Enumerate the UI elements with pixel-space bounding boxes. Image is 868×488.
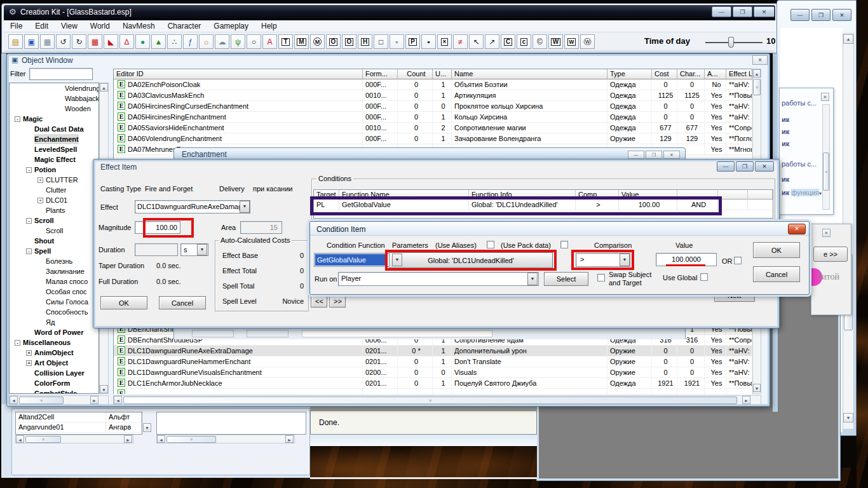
- local-transform-icon[interactable]: ∆: [119, 34, 134, 49]
- dialogue-icon[interactable]: ○: [247, 34, 261, 49]
- circle-m-icon[interactable]: M: [310, 34, 325, 49]
- square-icon[interactable]: ▫: [390, 34, 404, 49]
- duration-unit-arrow-icon[interactable]: ▼: [197, 244, 207, 255]
- cube-arrow-icon[interactable]: ↗: [485, 34, 499, 49]
- menu-item-navmesh[interactable]: NavMesh: [116, 22, 161, 30]
- tree-item[interactable]: Magic Effect: [10, 154, 98, 165]
- tree-item[interactable]: Силы Голоса: [10, 297, 98, 307]
- or-checkbox[interactable]: [734, 257, 742, 264]
- time-of-day-slider[interactable]: [705, 42, 763, 43]
- copyright-icon[interactable]: ©: [532, 34, 547, 49]
- tree-item[interactable]: Dual Cast Data: [10, 124, 98, 134]
- tree-item[interactable]: Word of Power: [10, 327, 98, 337]
- column-header[interactable]: Cost: [652, 69, 677, 79]
- popup-line[interactable]: работы с...: [782, 99, 820, 107]
- tree-item[interactable]: CombatStyle: [10, 388, 98, 394]
- w-circle-icon[interactable]: ⓦ: [580, 34, 595, 49]
- ench-maximize-icon[interactable]: ❐: [646, 151, 662, 159]
- bg-minimize-button[interactable]: —: [790, 9, 810, 21]
- table-scroll-down-icon[interactable]: ▼: [753, 384, 761, 392]
- tree-item[interactable]: Plants: [10, 205, 98, 215]
- table-row[interactable]: EDA05HircinesRingCursedEnchantment 000F.…: [114, 101, 752, 112]
- tree-item[interactable]: Яд: [10, 317, 98, 327]
- column-header[interactable]: Char...: [677, 69, 705, 79]
- condition-ok-button[interactable]: OK: [753, 242, 800, 258]
- tree-item[interactable]: LeveledSpell: [10, 144, 98, 154]
- popup-line[interactable]: ик: [782, 175, 820, 183]
- tree-scroll-down-icon[interactable]: ▼: [100, 385, 108, 393]
- tree-expand-icon[interactable]: -: [26, 167, 32, 173]
- condition-close-button[interactable]: ✕: [788, 224, 806, 234]
- tree-expand-icon[interactable]: +: [26, 360, 32, 366]
- column-header[interactable]: Name: [452, 69, 607, 79]
- menu-item-file[interactable]: File: [4, 22, 29, 30]
- effect-cancel-button[interactable]: Cancel: [159, 296, 206, 309]
- world-icon[interactable]: ●: [135, 34, 150, 49]
- condition-prev-button[interactable]: <<: [311, 295, 327, 308]
- tree-hscroll-left-icon[interactable]: ◄: [10, 396, 18, 404]
- cell-hscroll-right-icon[interactable]: ►: [124, 435, 132, 443]
- tree-item[interactable]: -Potion: [10, 165, 98, 175]
- run-on-dropdown[interactable]: Player: [338, 272, 539, 286]
- w-cube-icon[interactable]: w: [564, 34, 579, 49]
- cell-row[interactable]: Angarvunde01 Ангарв: [16, 423, 142, 433]
- main-close-button[interactable]: ✕: [754, 6, 775, 17]
- tree-item[interactable]: Enchantment: [10, 134, 98, 144]
- popup-line[interactable]: ик: [782, 140, 820, 147]
- tree-expand-icon[interactable]: -: [26, 218, 32, 224]
- bg-close-button[interactable]: ✕: [832, 9, 851, 21]
- popup-line[interactable]: ик: [782, 128, 820, 135]
- select-button[interactable]: Select: [544, 272, 588, 286]
- use-pack-data-checkbox[interactable]: [560, 241, 568, 248]
- table-row[interactable]: EDLC1DawnguardRuneHammerEnchant 0201... …: [114, 356, 752, 367]
- menu-item-help[interactable]: Help: [255, 22, 283, 30]
- condition-next-button[interactable]: >>: [329, 295, 346, 308]
- use-aliases-checkbox[interactable]: [487, 241, 494, 248]
- popup-scroll-thumb[interactable]: ≡: [823, 152, 829, 191]
- effect-ok-button[interactable]: OK: [100, 296, 147, 309]
- tree-item[interactable]: +AnimObject: [10, 348, 98, 358]
- cell-row[interactable]: Altand2Cell Альфт: [16, 412, 142, 423]
- table-row[interactable]: EDLC1DawnguardRuneVisualsEnchantment 020…: [114, 367, 752, 378]
- table-row[interactable]: EDA05HircinesRingEnchantment 000F... 0 1…: [114, 112, 752, 123]
- table-hscroll-thumb[interactable]: ≡: [123, 396, 737, 404]
- small-box-icon[interactable]: ▪: [421, 34, 436, 49]
- tree-item[interactable]: Болезнь: [10, 256, 98, 266]
- effect-item-minimize-button[interactable]: —: [717, 161, 735, 172]
- column-header[interactable]: Form...: [363, 69, 398, 79]
- fragment-close-icon[interactable]: ✕: [822, 229, 831, 237]
- effect-dropdown-arrow-icon[interactable]: ▼: [240, 201, 250, 213]
- tree-item[interactable]: Shout: [10, 236, 98, 246]
- grass-icon[interactable]: ψ: [231, 34, 245, 49]
- tree-item[interactable]: -Scroll: [10, 215, 98, 226]
- condition-item-titlebar[interactable]: [310, 222, 809, 236]
- tree-item[interactable]: Clutter: [10, 185, 98, 195]
- save-icon[interactable]: ▣: [24, 34, 39, 49]
- cell2-hscroll-left-icon[interactable]: ◄: [157, 435, 165, 443]
- tree-item[interactable]: Wabbajack: [10, 93, 98, 104]
- tree-item[interactable]: Wooden: [10, 104, 98, 114]
- main-minimize-button[interactable]: —: [712, 6, 731, 17]
- furniture-t-icon[interactable]: T: [278, 34, 293, 49]
- c-cube-icon[interactable]: c: [517, 34, 531, 49]
- main-maximize-button[interactable]: ❐: [733, 6, 752, 17]
- table-row[interactable]: EDA06VolendrungEnchantment 000F... 0 1 З…: [114, 133, 752, 144]
- table-row[interactable]: EDA05SaviorsHideEnchantment 0010... 0 2 …: [114, 123, 752, 133]
- angle-arrow-icon[interactable]: ↖: [469, 34, 484, 49]
- landscape-icon[interactable]: ▲: [151, 34, 166, 49]
- cond-col-blank[interactable]: [718, 190, 748, 200]
- undo-icon[interactable]: ↺: [56, 34, 71, 49]
- marker-icon[interactable]: A: [262, 34, 277, 49]
- xmarker-icon[interactable]: ×: [437, 34, 452, 49]
- table-hscroll-left-icon[interactable]: ◄: [114, 396, 122, 404]
- navmesh-h-icon[interactable]: H: [358, 34, 372, 49]
- time-of-day-slider-thumb[interactable]: [728, 37, 734, 48]
- column-header[interactable]: A...: [705, 69, 726, 79]
- chevron-down-icon[interactable]: ▾: [819, 191, 822, 196]
- column-header[interactable]: Editor ID: [114, 69, 363, 79]
- fx-icon[interactable]: ƒ: [183, 34, 198, 49]
- fragment-more-button[interactable]: e >>: [813, 247, 848, 262]
- bg-scroll-down-icon[interactable]: ▼: [843, 413, 853, 423]
- effect-dropdown[interactable]: DLC1DawnguardRuneAxeDamageE: [135, 200, 250, 214]
- popup-line[interactable]: работы с...: [782, 160, 820, 168]
